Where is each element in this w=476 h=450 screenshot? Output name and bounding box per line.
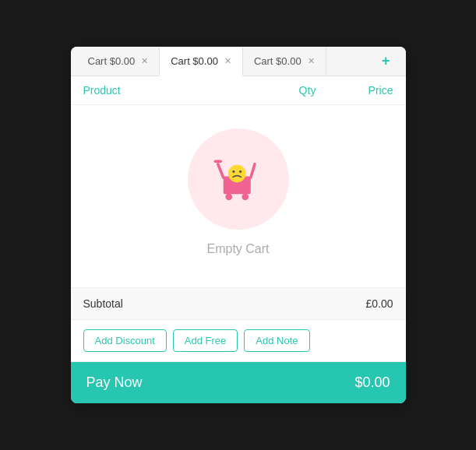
tab-2-close[interactable]: ✕ [224, 57, 231, 65]
add-tab-button[interactable]: + [372, 47, 400, 76]
tab-1-close[interactable]: ✕ [141, 57, 148, 65]
price-column-header: Price [339, 84, 393, 97]
tab-1-label: Cart $0.00 [88, 55, 136, 67]
svg-point-4 [227, 165, 245, 183]
empty-cart-svg [211, 152, 266, 206]
action-buttons-row: Add Discount Add Free Add Note [71, 320, 406, 362]
product-column-header: Product [83, 84, 277, 97]
tab-1[interactable]: Cart $0.00 ✕ [77, 47, 160, 75]
tab-3-label: Cart $0.00 [254, 55, 301, 67]
tab-bar: Cart $0.00 ✕ Cart $0.00 ✕ Cart $0.00 ✕ + [71, 47, 406, 76]
qty-column-header: Qty [277, 84, 339, 97]
empty-cart-label: Empty Cart [206, 242, 269, 256]
subtotal-row: Subtotal £0.00 [71, 287, 406, 320]
tab-3[interactable]: Cart $0.00 ✕ [243, 47, 326, 75]
subtotal-value: £0.00 [365, 297, 393, 310]
pay-now-label: Pay Now [86, 374, 143, 391]
svg-point-3 [242, 193, 249, 200]
tab-3-close[interactable]: ✕ [308, 57, 315, 65]
add-discount-button[interactable]: Add Discount [83, 329, 167, 352]
empty-cart-icon-circle [188, 128, 289, 230]
tab-2[interactable]: Cart $0.00 ✕ [160, 47, 243, 76]
svg-point-2 [225, 193, 232, 200]
svg-point-5 [232, 171, 234, 173]
svg-point-6 [239, 171, 242, 173]
tab-2-label: Cart $0.00 [171, 55, 218, 67]
pay-now-amount: $0.00 [354, 374, 390, 391]
pos-panel: Cart $0.00 ✕ Cart $0.00 ✕ Cart $0.00 ✕ +… [71, 47, 406, 403]
subtotal-label: Subtotal [83, 297, 123, 310]
pay-now-bar[interactable]: Pay Now $0.00 [71, 362, 406, 403]
column-headers: Product Qty Price [71, 76, 406, 105]
cart-content-area: Empty Cart [71, 105, 406, 287]
add-note-button[interactable]: Add Note [244, 329, 309, 352]
add-free-button[interactable]: Add Free [173, 329, 238, 352]
